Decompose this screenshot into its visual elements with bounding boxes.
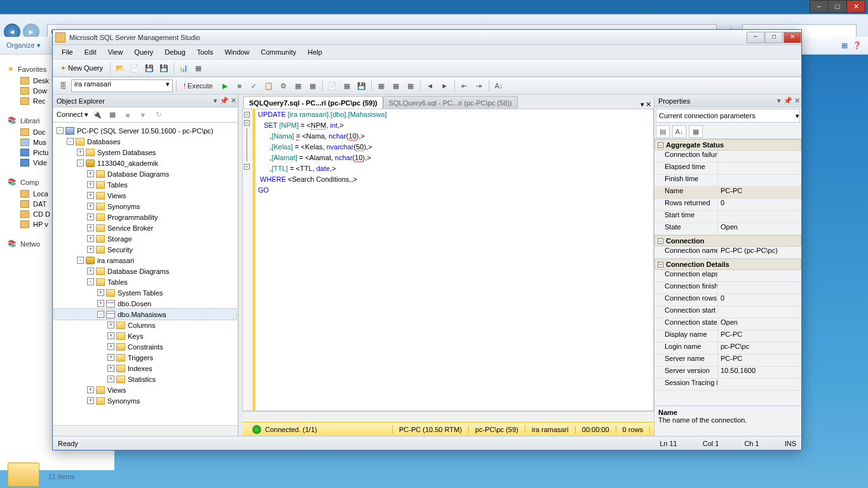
tree-node[interactable]: +Service Broker <box>54 222 236 233</box>
view-icon[interactable]: ▦ <box>841 41 848 50</box>
open-file-icon[interactable]: 📄 <box>128 62 141 74</box>
menu-debug[interactable]: Debug <box>159 47 190 57</box>
connect-menu[interactable]: Connect ▾ <box>57 111 88 119</box>
menu-help[interactable]: Help <box>302 47 327 57</box>
props-grid[interactable]: −Aggregate StatusConnection failurElapse… <box>654 139 801 405</box>
expand-icon[interactable]: + <box>107 376 114 383</box>
tree-node[interactable]: +Storage <box>54 233 236 244</box>
debug-icon[interactable]: ▶ <box>219 79 231 92</box>
tree-node[interactable]: -PC-PC (SQL Server 10.50.1600 - pc-PC\pc… <box>54 125 236 136</box>
expand-icon[interactable]: - <box>57 127 64 134</box>
indent-icon[interactable]: ▦ <box>404 79 417 92</box>
pin-icon[interactable]: 📌 <box>220 97 229 105</box>
props-close-icon[interactable]: ✕ <box>792 97 801 105</box>
editor-tab[interactable]: SQLQuery7.sql - PC...ri (pc-PC\pc (59)) <box>243 96 383 109</box>
prop-row[interactable]: Finish time <box>654 175 801 187</box>
expand-icon[interactable]: + <box>87 203 94 210</box>
menu-edit[interactable]: Edit <box>79 47 102 57</box>
close-tab-icon[interactable]: ✕ <box>646 100 651 109</box>
menu-file[interactable]: File <box>57 47 78 57</box>
desktop-close[interactable]: ✕ <box>846 0 865 13</box>
expand-icon[interactable]: + <box>97 289 104 296</box>
expand-icon[interactable]: + <box>107 332 114 339</box>
results-file-icon[interactable]: 💾 <box>355 79 368 92</box>
prop-row[interactable]: Connection elaps <box>654 270 801 282</box>
tree-node[interactable]: +Synonyms <box>54 201 236 212</box>
prop-row[interactable]: Start time <box>654 211 801 223</box>
props-dropdown-icon[interactable]: ▾ <box>775 97 783 105</box>
menu-window[interactable]: Window <box>219 47 254 57</box>
intellisense-icon[interactable]: ▦ <box>292 79 304 92</box>
expand-icon[interactable]: + <box>87 181 94 188</box>
prop-row[interactable]: NamePC-PC <box>654 187 801 199</box>
tree-node[interactable]: -1133040_akademik <box>54 158 236 168</box>
prop-row[interactable]: Connection stateOpen <box>654 318 801 330</box>
tree-node[interactable]: +dbo.Dosen <box>54 298 236 309</box>
scrollbar-h[interactable] <box>53 425 238 436</box>
prop-row[interactable]: Session Tracing ID <box>654 379 801 391</box>
prop-category[interactable]: −Aggregate Status <box>654 139 801 151</box>
tree-node[interactable]: +Synonyms <box>54 395 236 406</box>
outdent-icon[interactable]: ⇤ <box>458 79 471 92</box>
database-select[interactable]: ira ramasari ▾ <box>71 79 173 92</box>
prop-row[interactable]: Rows returned0 <box>654 199 801 211</box>
registered-servers-icon[interactable]: ▦ <box>192 62 205 74</box>
prop-category[interactable]: −Connection <box>654 235 801 247</box>
tree-node[interactable]: +Database Diagrams <box>54 266 236 276</box>
expand-icon[interactable]: - <box>97 311 104 318</box>
open-icon[interactable]: 📂 <box>114 62 126 74</box>
tree-node[interactable]: +Views <box>54 384 236 395</box>
tree-node[interactable]: +Constraints <box>54 341 236 352</box>
expand-icon[interactable]: + <box>87 214 94 220</box>
tree-node[interactable]: -dbo.Mahasiswa <box>54 309 236 320</box>
oe-connect-icon[interactable]: 🔌 <box>91 109 104 121</box>
tree-node[interactable]: +Triggers <box>54 352 236 363</box>
code-content[interactable]: UPDATE [ira ramasari].[dbo].[Mahasiswa] … <box>255 109 387 410</box>
prop-row[interactable]: Display namePC-PC <box>654 330 801 342</box>
oe-filter-icon[interactable]: ▼ <box>137 109 149 121</box>
prop-row[interactable]: Connection start <box>654 306 801 318</box>
uncomment-icon[interactable]: ▦ <box>390 79 402 92</box>
oe-tree[interactable]: -PC-PC (SQL Server 10.50.1600 - pc-PC\pc… <box>53 123 238 425</box>
expand-icon[interactable]: + <box>87 397 94 404</box>
props-pin-icon[interactable]: 📌 <box>783 97 792 105</box>
prop-row[interactable]: StateOpen <box>654 223 801 235</box>
categorized-icon[interactable]: ▤ <box>656 125 670 138</box>
tree-node[interactable]: +System Tables <box>54 287 236 298</box>
expand-icon[interactable]: + <box>107 343 114 350</box>
estimated-plan-icon[interactable]: 📋 <box>262 79 275 92</box>
help-icon[interactable]: ❓ <box>853 41 862 50</box>
comment-icon[interactable]: ▦ <box>375 79 388 92</box>
results-grid-icon[interactable]: ▦ <box>341 79 353 92</box>
decrease-indent-icon[interactable]: ◄ <box>424 79 437 92</box>
prop-row[interactable]: Connection failur <box>654 151 801 163</box>
prop-row[interactable]: Elapsed time <box>654 163 801 175</box>
desktop-minimize[interactable]: − <box>810 0 829 13</box>
sql-editor[interactable]: − − − UPDATE [ira ramasari].[dbo].[Mahas… <box>242 109 654 411</box>
tree-node[interactable]: +Indexes <box>54 363 236 374</box>
stop-icon[interactable]: ■ <box>233 79 246 92</box>
expand-icon[interactable]: + <box>97 300 104 307</box>
active-files-icon[interactable]: ▾ <box>641 100 644 109</box>
prop-row[interactable]: Login namepc-PC\pc <box>654 342 801 355</box>
new-query-button[interactable]: ✦New Query <box>57 64 107 72</box>
alphabetical-icon[interactable]: A↓ <box>672 125 686 138</box>
desktop-maximize[interactable]: □ <box>828 0 847 13</box>
prop-row[interactable]: Connection rows0 <box>654 294 801 306</box>
expand-icon[interactable]: - <box>77 159 84 166</box>
tree-node[interactable]: +Keys <box>54 330 236 341</box>
expand-icon[interactable]: + <box>87 170 94 177</box>
include-plan-icon[interactable]: ▦ <box>306 79 319 92</box>
expand-icon[interactable]: + <box>87 192 94 199</box>
expand-icon[interactable]: + <box>87 246 94 253</box>
dropdown-icon[interactable]: ▾ <box>211 97 220 105</box>
expand-icon[interactable]: + <box>87 224 94 231</box>
specify-values-icon[interactable]: A↓ <box>492 79 505 92</box>
results-text-icon[interactable]: 📄 <box>326 79 339 92</box>
tree-node[interactable]: -ira ramasari <box>54 255 236 266</box>
expand-icon[interactable]: - <box>87 278 94 285</box>
menu-community[interactable]: Community <box>256 47 302 57</box>
oe-disconnect-icon[interactable]: ▦ <box>106 109 119 121</box>
editor-tab[interactable]: SQLQuery6.sql - PC...ri (pc-PC\pc (58)) <box>383 96 518 109</box>
oe-stop-icon[interactable]: ■ <box>121 109 134 121</box>
